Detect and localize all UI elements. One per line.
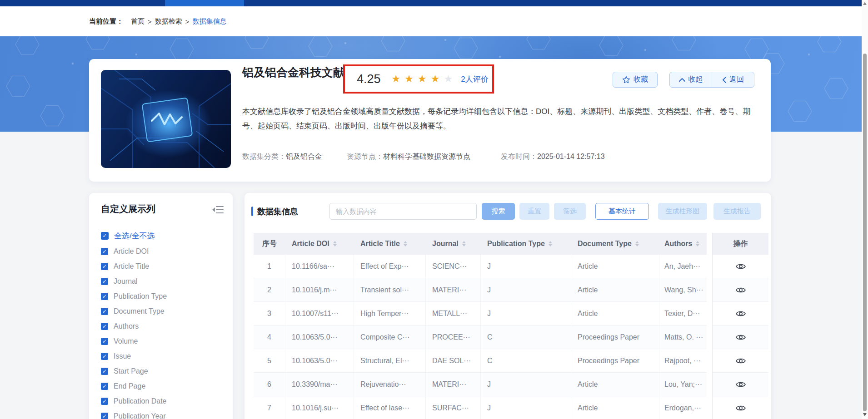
- column-checkbox-label: Start Page: [114, 367, 148, 375]
- column-checkbox-label: Document Type: [114, 307, 165, 315]
- column-checkbox-item[interactable]: ✓ End Page: [101, 379, 225, 394]
- checkbox-checked-icon[interactable]: ✓: [101, 383, 108, 390]
- back-button[interactable]: 返回: [712, 72, 754, 87]
- view-row-button[interactable]: [712, 278, 768, 302]
- fixed-column-gutter: [707, 302, 712, 325]
- search-input[interactable]: [329, 203, 477, 220]
- breadcrumb-item[interactable]: 数据集信息: [193, 17, 227, 26]
- custom-columns-panel: 自定义展示列 ✓ 全选/全不选 ✓ Article DOI ✓ Article …: [89, 193, 233, 419]
- rating-star-icon[interactable]: ★: [444, 74, 453, 84]
- column-checkbox-item[interactable]: ✓ Issue: [101, 349, 225, 364]
- checkbox-checked-icon[interactable]: ✓: [101, 278, 108, 285]
- cell-index: 4: [254, 325, 285, 349]
- column-checkbox-item[interactable]: ✓ Journal: [101, 274, 225, 289]
- scrollbar-down-arrow[interactable]: [863, 413, 867, 416]
- star-outline-icon: [622, 76, 630, 84]
- checkbox-checked-icon[interactable]: ✓: [101, 232, 109, 240]
- collapse-button-label: 收起: [688, 75, 703, 84]
- checkbox-checked-icon[interactable]: ✓: [101, 293, 108, 300]
- column-checkbox-item[interactable]: ✓ Authors: [101, 319, 225, 334]
- view-row-button[interactable]: [712, 302, 768, 325]
- table-row: 4 10.1063/5.0··· Composite C··· PROCEE··…: [254, 325, 768, 349]
- column-header-article-doi[interactable]: Article DOI: [285, 233, 354, 255]
- cell-index: 5: [254, 349, 285, 373]
- checkbox-checked-icon[interactable]: ✓: [101, 323, 108, 330]
- view-eye-icon: [735, 262, 746, 271]
- scrollbar-up-arrow[interactable]: [863, 2, 867, 5]
- table-row: 1 10.1166/sa··· Effect of Exp··· SCIENC·…: [254, 255, 768, 278]
- collapse-panel-icon[interactable]: [212, 205, 224, 215]
- column-header-actions: 操作: [712, 233, 768, 255]
- rating-reviews-link[interactable]: 2人评价: [461, 74, 488, 84]
- filter-button[interactable]: 筛选: [554, 203, 586, 220]
- dataset-title: 铝及铝合金科技文献: [242, 65, 344, 80]
- sort-icon: [404, 241, 407, 246]
- cell-article-doi: 10.1063/5.0···: [285, 325, 354, 349]
- column-checkbox-item[interactable]: ✓ Start Page: [101, 364, 225, 379]
- reset-button[interactable]: 重置: [519, 203, 549, 220]
- rating-star-icon[interactable]: ★: [418, 74, 427, 84]
- column-checkbox-label: Article Title: [114, 262, 149, 271]
- column-header-authors[interactable]: Authors: [659, 233, 707, 255]
- checkbox-checked-icon[interactable]: ✓: [101, 263, 108, 270]
- sort-icon: [462, 241, 466, 246]
- dataset-meta-row: 数据集分类：铝及铝合金 资源节点：材料科学基础数据资源节点 发布时间：2025-…: [89, 150, 771, 163]
- cell-article-doi: 10.1063/5.0···: [285, 349, 354, 373]
- generate-report-button[interactable]: 生成报告: [713, 203, 761, 220]
- column-checkbox-item[interactable]: ✓ Publication Date: [101, 394, 225, 409]
- rating-star-icon[interactable]: ★: [431, 74, 440, 84]
- column-checkbox-item[interactable]: ✓ 全选/全不选: [101, 227, 225, 244]
- view-row-button[interactable]: [712, 396, 768, 419]
- checkbox-checked-icon[interactable]: ✓: [101, 413, 108, 419]
- collapse-button[interactable]: 收起: [670, 72, 712, 87]
- rating-star-icon[interactable]: ★: [404, 74, 414, 84]
- column-checkbox-label: Volume: [114, 337, 138, 345]
- sort-icon: [333, 241, 337, 246]
- view-row-button[interactable]: [712, 255, 768, 278]
- scrollbar-thumb[interactable]: [863, 54, 867, 411]
- column-checkbox-item[interactable]: ✓ Article DOI: [101, 244, 225, 259]
- basic-statistics-button[interactable]: 基本统计: [595, 203, 649, 220]
- cell-document-type: Proceedings Paper: [571, 349, 659, 373]
- cell-authors: Texier, D···: [659, 302, 707, 325]
- checkbox-checked-icon[interactable]: ✓: [101, 338, 108, 345]
- checkbox-checked-icon[interactable]: ✓: [101, 248, 108, 255]
- breadcrumb-item[interactable]: 首页: [131, 17, 145, 26]
- meta-resource-node: 资源节点：材料科学基础数据资源节点: [347, 150, 470, 163]
- column-checkbox-item[interactable]: ✓ Volume: [101, 334, 225, 349]
- column-checkbox-item[interactable]: ✓ Article Title: [101, 259, 225, 274]
- table-row: 5 10.1063/5.0··· Structural, El··· DAE S…: [254, 349, 768, 373]
- rating-star-icon[interactable]: ★: [392, 74, 401, 84]
- view-row-button[interactable]: [712, 373, 768, 396]
- search-button[interactable]: 搜索: [482, 203, 515, 220]
- breadcrumb-item[interactable]: 数据检索: [155, 17, 182, 26]
- view-row-button[interactable]: [712, 349, 768, 373]
- fixed-column-gutter: [707, 349, 712, 373]
- favorite-button-label: 收藏: [634, 75, 648, 84]
- cell-journal: MATERI···: [426, 278, 481, 302]
- column-checkbox-item[interactable]: ✓ Publication Type: [101, 289, 225, 304]
- cell-index: 7: [254, 396, 285, 419]
- checkbox-checked-icon[interactable]: ✓: [101, 368, 108, 375]
- column-checkbox-item[interactable]: ✓ Publication Year: [101, 409, 225, 419]
- column-checkbox-item[interactable]: ✓ Document Type: [101, 304, 225, 319]
- column-checkbox-label: Article DOI: [114, 247, 149, 256]
- fixed-column-gutter: [707, 325, 712, 349]
- checkbox-checked-icon[interactable]: ✓: [101, 308, 108, 315]
- column-header-document-type[interactable]: Document Type: [571, 233, 659, 255]
- cell-index: 6: [254, 373, 285, 396]
- column-header-article-title[interactable]: Article Title: [354, 233, 426, 255]
- column-checkbox-label: Journal: [114, 277, 137, 286]
- checkbox-checked-icon[interactable]: ✓: [101, 398, 108, 405]
- cell-journal: METALL···: [426, 302, 481, 325]
- cell-document-type: Article: [571, 255, 659, 278]
- checkbox-checked-icon[interactable]: ✓: [101, 353, 108, 360]
- generate-bar-chart-button[interactable]: 生成柱形图: [658, 203, 707, 220]
- column-header-journal[interactable]: Journal: [426, 233, 481, 255]
- sort-icon: [696, 241, 699, 246]
- column-header-publication-type[interactable]: Publication Type: [481, 233, 571, 255]
- favorite-button[interactable]: 收藏: [613, 72, 658, 88]
- column-checkbox-label: Publication Date: [114, 397, 167, 405]
- view-row-button[interactable]: [712, 325, 768, 349]
- breadcrumb-separator: >: [148, 18, 152, 25]
